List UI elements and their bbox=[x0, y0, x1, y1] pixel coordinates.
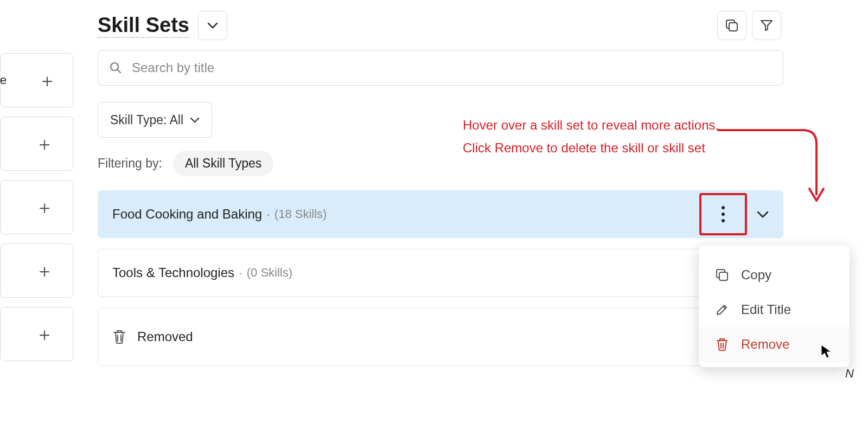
skill-count: (18 Skills) bbox=[275, 207, 327, 221]
skill-count: (0 Skills) bbox=[247, 266, 292, 280]
menu-item-copy[interactable]: Copy bbox=[699, 258, 850, 292]
sidebar-item[interactable]: ＋ bbox=[0, 180, 73, 234]
filtering-by-label: Filtering by: bbox=[98, 156, 162, 171]
annotation-line: Click Remove to delete the skill or skil… bbox=[463, 137, 719, 159]
search-input[interactable] bbox=[132, 60, 772, 75]
separator: · bbox=[266, 207, 270, 222]
skill-set-title: Food Cooking and Baking bbox=[112, 207, 262, 222]
annotation-callout: Hover over a skill set to reveal more ac… bbox=[463, 114, 719, 159]
skill-set-row[interactable]: Tools & Technologies · (0 Skills) bbox=[98, 249, 783, 297]
skill-type-filter[interactable]: Skill Type: All bbox=[98, 102, 212, 138]
copy-icon bbox=[713, 268, 731, 282]
header: Skill Sets bbox=[98, 11, 868, 40]
menu-item-label: Edit Title bbox=[741, 302, 791, 317]
svg-rect-1 bbox=[729, 23, 737, 31]
plus-icon: ＋ bbox=[35, 325, 54, 343]
plus-icon: ＋ bbox=[35, 134, 54, 153]
main-panel: Skill Sets Skill Type: All Hover over a … bbox=[98, 11, 868, 436]
chevron-down-icon bbox=[757, 211, 769, 218]
sidebar-item-label: se bbox=[0, 73, 7, 87]
sidebar-item[interactable]: ＋ bbox=[0, 243, 73, 298]
menu-item-label: Copy bbox=[741, 267, 771, 283]
skill-set-row[interactable]: Food Cooking and Baking · (18 Skills) bbox=[98, 190, 783, 238]
title-dropdown-button[interactable] bbox=[198, 11, 227, 40]
copy-icon bbox=[725, 18, 739, 33]
skill-set-title: Tools & Technologies bbox=[112, 265, 234, 280]
annotation-line: Hover over a skill set to reveal more ac… bbox=[463, 114, 719, 137]
search-box[interactable] bbox=[98, 50, 783, 86]
plus-icon: ＋ bbox=[35, 198, 54, 216]
filter-action-button[interactable] bbox=[752, 11, 781, 40]
filter-icon bbox=[760, 18, 774, 33]
chevron-down-icon bbox=[190, 117, 200, 123]
plus-icon: ＋ bbox=[35, 261, 54, 280]
svg-rect-5 bbox=[719, 272, 727, 280]
pencil-icon bbox=[713, 303, 731, 317]
sidebar: se ＋ ＋ ＋ ＋ ＋ bbox=[0, 53, 73, 370]
removed-label: Removed bbox=[137, 329, 193, 344]
partial-text: N bbox=[845, 367, 854, 381]
trash-icon bbox=[112, 329, 126, 344]
menu-item-label: Remove bbox=[741, 337, 789, 352]
trash-icon bbox=[713, 337, 731, 351]
separator: · bbox=[239, 265, 242, 280]
copy-action-button[interactable] bbox=[717, 11, 746, 40]
expand-toggle[interactable] bbox=[757, 211, 769, 218]
page-title: Skill Sets bbox=[98, 14, 189, 38]
context-menu: Copy Edit Title Remove bbox=[699, 246, 850, 367]
sidebar-item[interactable]: se ＋ bbox=[0, 53, 73, 107]
more-actions-button[interactable] bbox=[699, 193, 747, 235]
menu-item-remove[interactable]: Remove bbox=[699, 327, 850, 362]
kebab-icon bbox=[722, 206, 725, 222]
plus-icon: ＋ bbox=[38, 71, 56, 89]
chevron-down-icon bbox=[207, 22, 218, 29]
sidebar-item[interactable]: ＋ bbox=[0, 117, 73, 171]
removed-row[interactable]: Removed bbox=[98, 307, 783, 366]
filter-chip[interactable]: All Skill Types bbox=[173, 151, 273, 176]
search-icon bbox=[109, 61, 122, 74]
menu-item-edit-title[interactable]: Edit Title bbox=[699, 292, 850, 327]
filter-pill-label: Skill Type: All bbox=[110, 113, 183, 127]
svg-line-3 bbox=[118, 70, 121, 73]
sidebar-item[interactable]: ＋ bbox=[0, 307, 73, 361]
